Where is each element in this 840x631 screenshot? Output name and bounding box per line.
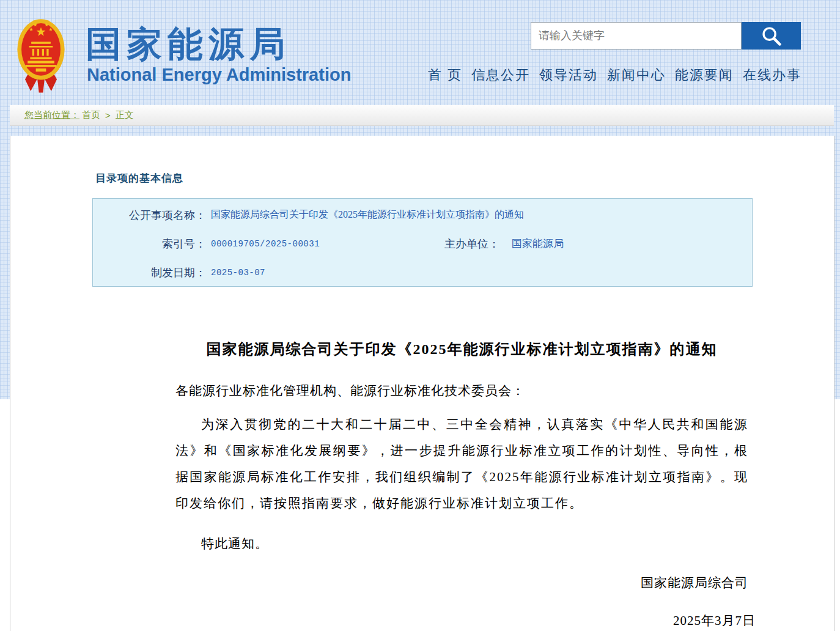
breadcrumb-prefix: 您当前位置：: [24, 109, 79, 121]
search-button[interactable]: [742, 22, 801, 50]
meta-info-box: 公开事项名称： 国家能源局综合司关于印发《2025年能源行业标准计划立项指南》的…: [92, 198, 753, 287]
nav-item-online[interactable]: 在线办事: [743, 66, 801, 84]
article-paragraph: 为深入贯彻党的二十大和二十届二中、三中全会精神，认真落实《中华人民共和国能源法》…: [175, 411, 748, 517]
search-icon: [761, 25, 783, 47]
meta-name-value: 国家能源局综合司关于印发《2025年能源行业标准计划立项指南》的通知: [206, 208, 752, 221]
meta-index-label: 索引号：: [93, 237, 206, 251]
national-emblem-icon: [13, 17, 68, 94]
nav-item-leaders[interactable]: 领导活动: [539, 66, 598, 84]
article-signature: 国家能源局综合司: [175, 574, 748, 591]
breadcrumb-current: 正文: [116, 109, 134, 121]
breadcrumb: 您当前位置： 首页 > 正文: [10, 105, 834, 126]
breadcrumb-home-link[interactable]: 首页: [82, 109, 100, 121]
meta-date-label: 制发日期：: [93, 265, 206, 280]
site-title-cn: 国家能源局: [86, 21, 290, 68]
nav-item-info[interactable]: 信息公开: [471, 66, 530, 84]
site-logo[interactable]: 国家能源局 National Energy Administration: [13, 16, 380, 95]
nav-item-home[interactable]: 首 页: [428, 66, 462, 84]
meta-section-heading: 目录项的基本信息: [95, 171, 834, 185]
breadcrumb-separator: >: [105, 110, 111, 120]
content-panel: 目录项的基本信息 公开事项名称： 国家能源局综合司关于印发《2025年能源行业标…: [10, 136, 834, 631]
article-salutation: 各能源行业标准化管理机构、能源行业标准化技术委员会：: [175, 382, 748, 399]
main-nav: 首 页 信息公开 领导活动 新闻中心 能源要闻 在线办事: [428, 66, 801, 84]
meta-org-label: 主办单位：: [444, 237, 503, 251]
nav-item-energy[interactable]: 能源要闻: [675, 66, 734, 84]
article: 国家能源局综合司关于印发《2025年能源行业标准计划立项指南》的通知 各能源行业…: [175, 339, 748, 629]
meta-name-label: 公开事项名称：: [93, 208, 206, 223]
meta-org-value: 国家能源局: [503, 237, 752, 251]
meta-date-value: 2025-03-07: [206, 268, 752, 278]
page: 国家能源局 National Energy Administration 首 页…: [0, 0, 840, 631]
nav-item-news[interactable]: 新闻中心: [607, 66, 666, 84]
article-notice-line: 特此通知。: [175, 535, 748, 552]
article-date: 2025年3月7日: [175, 612, 756, 629]
search-input[interactable]: [531, 22, 742, 50]
site-title-en: National Energy Administration: [87, 65, 351, 85]
meta-index-value: 000019705/2025-00031: [206, 239, 444, 249]
document-title: 国家能源局综合司关于印发《2025年能源行业标准计划立项指南》的通知: [175, 339, 748, 359]
